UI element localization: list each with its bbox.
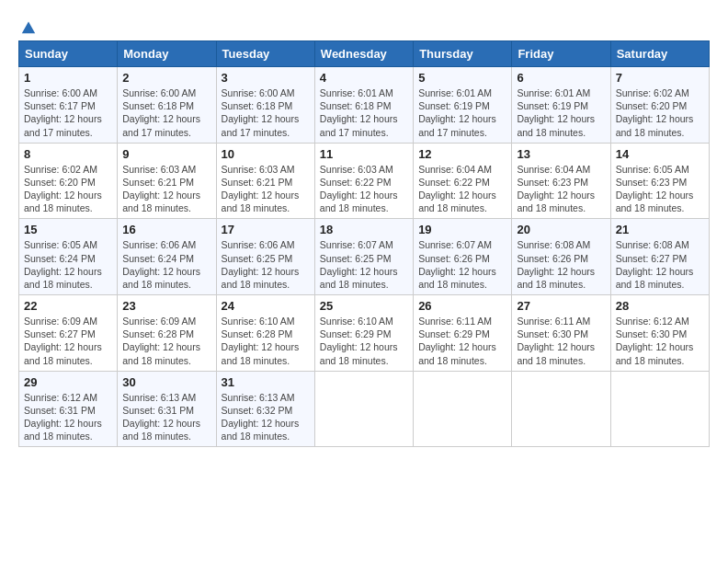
calendar-cell: 25 Sunrise: 6:10 AMSunset: 6:29 PMDaylig… (314, 295, 413, 372)
day-detail: Sunrise: 6:07 AMSunset: 6:26 PMDaylight:… (418, 239, 496, 290)
header (18, 18, 710, 31)
calendar-cell: 17 Sunrise: 6:06 AMSunset: 6:25 PMDaylig… (216, 219, 314, 295)
header-tuesday: Tuesday (216, 41, 314, 67)
calendar-cell: 2 Sunrise: 6:00 AMSunset: 6:18 PMDayligh… (118, 67, 216, 144)
day-detail: Sunrise: 6:05 AMSunset: 6:23 PMDaylight:… (616, 164, 694, 214)
calendar-cell: 1 Sunrise: 6:00 AMSunset: 6:17 PMDayligh… (19, 67, 118, 144)
day-number: 22 (24, 299, 112, 313)
calendar-cell: 6 Sunrise: 6:01 AMSunset: 6:19 PMDayligh… (512, 67, 610, 144)
calendar-cell: 3 Sunrise: 6:00 AMSunset: 6:18 PMDayligh… (216, 67, 314, 144)
day-number: 13 (517, 147, 605, 161)
calendar-cell: 13 Sunrise: 6:04 AMSunset: 6:23 PMDaylig… (512, 143, 610, 219)
calendar-cell: 14 Sunrise: 6:05 AMSunset: 6:23 PMDaylig… (610, 143, 709, 219)
day-number: 7 (616, 71, 704, 85)
day-number: 29 (24, 375, 112, 389)
day-detail: Sunrise: 6:02 AMSunset: 6:20 PMDaylight:… (24, 164, 102, 214)
svg-marker-0 (22, 22, 35, 34)
day-detail: Sunrise: 6:04 AMSunset: 6:22 PMDaylight:… (418, 164, 496, 214)
day-detail: Sunrise: 6:06 AMSunset: 6:24 PMDaylight:… (122, 239, 200, 290)
calendar-cell: 22 Sunrise: 6:09 AMSunset: 6:27 PMDaylig… (19, 295, 118, 372)
calendar-cell: 5 Sunrise: 6:01 AMSunset: 6:19 PMDayligh… (414, 67, 512, 144)
calendar-cell: 30 Sunrise: 6:13 AMSunset: 6:31 PMDaylig… (118, 371, 216, 447)
day-number: 19 (418, 223, 506, 236)
calendar-header-row: SundayMondayTuesdayWednesdayThursdayFrid… (19, 41, 710, 67)
day-detail: Sunrise: 6:00 AMSunset: 6:18 PMDaylight:… (122, 87, 200, 138)
day-number: 14 (616, 147, 704, 161)
day-number: 3 (222, 71, 310, 85)
calendar-cell: 23 Sunrise: 6:09 AMSunset: 6:28 PMDaylig… (118, 295, 216, 372)
calendar-cell: 28 Sunrise: 6:12 AMSunset: 6:30 PMDaylig… (610, 295, 709, 372)
header-saturday: Saturday (610, 41, 709, 67)
calendar-cell (314, 371, 413, 447)
day-number: 28 (616, 299, 704, 313)
header-friday: Friday (512, 41, 610, 67)
day-number: 25 (320, 299, 408, 313)
day-number: 24 (222, 299, 310, 313)
day-detail: Sunrise: 6:00 AMSunset: 6:18 PMDaylight:… (222, 87, 300, 138)
day-number: 18 (320, 223, 408, 236)
calendar-cell: 16 Sunrise: 6:06 AMSunset: 6:24 PMDaylig… (118, 219, 216, 295)
calendar-cell: 4 Sunrise: 6:01 AMSunset: 6:18 PMDayligh… (314, 67, 413, 144)
day-detail: Sunrise: 6:01 AMSunset: 6:18 PMDaylight:… (320, 87, 398, 138)
calendar-week-row: 29 Sunrise: 6:12 AMSunset: 6:31 PMDaylig… (19, 371, 710, 447)
day-number: 23 (122, 299, 210, 313)
day-detail: Sunrise: 6:01 AMSunset: 6:19 PMDaylight:… (418, 87, 496, 138)
day-detail: Sunrise: 6:03 AMSunset: 6:21 PMDaylight:… (222, 164, 300, 214)
day-detail: Sunrise: 6:13 AMSunset: 6:32 PMDaylight:… (222, 392, 300, 442)
calendar-cell (610, 371, 709, 447)
day-detail: Sunrise: 6:11 AMSunset: 6:29 PMDaylight:… (418, 316, 496, 366)
day-detail: Sunrise: 6:12 AMSunset: 6:30 PMDaylight:… (616, 316, 694, 366)
header-sunday: Sunday (19, 41, 118, 67)
day-detail: Sunrise: 6:09 AMSunset: 6:28 PMDaylight:… (122, 316, 200, 366)
calendar-cell (512, 371, 610, 447)
day-number: 31 (222, 375, 310, 389)
calendar-week-row: 1 Sunrise: 6:00 AMSunset: 6:17 PMDayligh… (19, 67, 710, 144)
calendar-cell (414, 371, 512, 447)
day-number: 12 (418, 147, 506, 161)
calendar-cell: 15 Sunrise: 6:05 AMSunset: 6:24 PMDaylig… (19, 219, 118, 295)
day-detail: Sunrise: 6:03 AMSunset: 6:22 PMDaylight:… (320, 164, 398, 214)
day-number: 27 (517, 299, 605, 313)
calendar-week-row: 8 Sunrise: 6:02 AMSunset: 6:20 PMDayligh… (19, 143, 710, 219)
calendar-cell: 8 Sunrise: 6:02 AMSunset: 6:20 PMDayligh… (19, 143, 118, 219)
calendar-week-row: 22 Sunrise: 6:09 AMSunset: 6:27 PMDaylig… (19, 295, 710, 372)
calendar-cell: 18 Sunrise: 6:07 AMSunset: 6:25 PMDaylig… (314, 219, 413, 295)
day-detail: Sunrise: 6:12 AMSunset: 6:31 PMDaylight:… (24, 392, 102, 442)
day-number: 17 (222, 223, 310, 236)
day-detail: Sunrise: 6:00 AMSunset: 6:17 PMDaylight:… (24, 87, 102, 138)
day-detail: Sunrise: 6:05 AMSunset: 6:24 PMDaylight:… (24, 239, 102, 290)
day-number: 16 (122, 223, 210, 236)
calendar-cell: 20 Sunrise: 6:08 AMSunset: 6:26 PMDaylig… (512, 219, 610, 295)
day-detail: Sunrise: 6:03 AMSunset: 6:21 PMDaylight:… (122, 164, 200, 214)
day-number: 10 (222, 147, 310, 161)
day-detail: Sunrise: 6:06 AMSunset: 6:25 PMDaylight:… (222, 239, 300, 290)
calendar-cell: 19 Sunrise: 6:07 AMSunset: 6:26 PMDaylig… (414, 219, 512, 295)
calendar-cell: 27 Sunrise: 6:11 AMSunset: 6:30 PMDaylig… (512, 295, 610, 372)
day-number: 15 (24, 223, 112, 236)
calendar-cell: 21 Sunrise: 6:08 AMSunset: 6:27 PMDaylig… (610, 219, 709, 295)
day-detail: Sunrise: 6:10 AMSunset: 6:28 PMDaylight:… (222, 316, 300, 366)
calendar-cell: 12 Sunrise: 6:04 AMSunset: 6:22 PMDaylig… (414, 143, 512, 219)
day-detail: Sunrise: 6:11 AMSunset: 6:30 PMDaylight:… (517, 316, 595, 366)
day-number: 4 (320, 71, 408, 85)
day-detail: Sunrise: 6:08 AMSunset: 6:27 PMDaylight:… (616, 239, 694, 290)
day-number: 9 (122, 147, 210, 161)
day-number: 5 (418, 71, 506, 85)
calendar-cell: 7 Sunrise: 6:02 AMSunset: 6:20 PMDayligh… (610, 67, 709, 144)
calendar-cell: 26 Sunrise: 6:11 AMSunset: 6:29 PMDaylig… (414, 295, 512, 372)
calendar-cell: 9 Sunrise: 6:03 AMSunset: 6:21 PMDayligh… (118, 143, 216, 219)
day-number: 26 (418, 299, 506, 313)
logo-icon (20, 18, 37, 35)
calendar-cell: 31 Sunrise: 6:13 AMSunset: 6:32 PMDaylig… (216, 371, 314, 447)
day-detail: Sunrise: 6:01 AMSunset: 6:19 PMDaylight:… (517, 87, 595, 138)
day-number: 30 (122, 375, 210, 389)
calendar-cell: 24 Sunrise: 6:10 AMSunset: 6:28 PMDaylig… (216, 295, 314, 372)
calendar-cell: 10 Sunrise: 6:03 AMSunset: 6:21 PMDaylig… (216, 143, 314, 219)
day-detail: Sunrise: 6:07 AMSunset: 6:25 PMDaylight:… (320, 239, 398, 290)
day-detail: Sunrise: 6:10 AMSunset: 6:29 PMDaylight:… (320, 316, 398, 366)
logo (18, 18, 37, 31)
header-wednesday: Wednesday (314, 41, 413, 67)
calendar-cell: 11 Sunrise: 6:03 AMSunset: 6:22 PMDaylig… (314, 143, 413, 219)
header-monday: Monday (118, 41, 216, 67)
day-number: 21 (616, 223, 704, 236)
